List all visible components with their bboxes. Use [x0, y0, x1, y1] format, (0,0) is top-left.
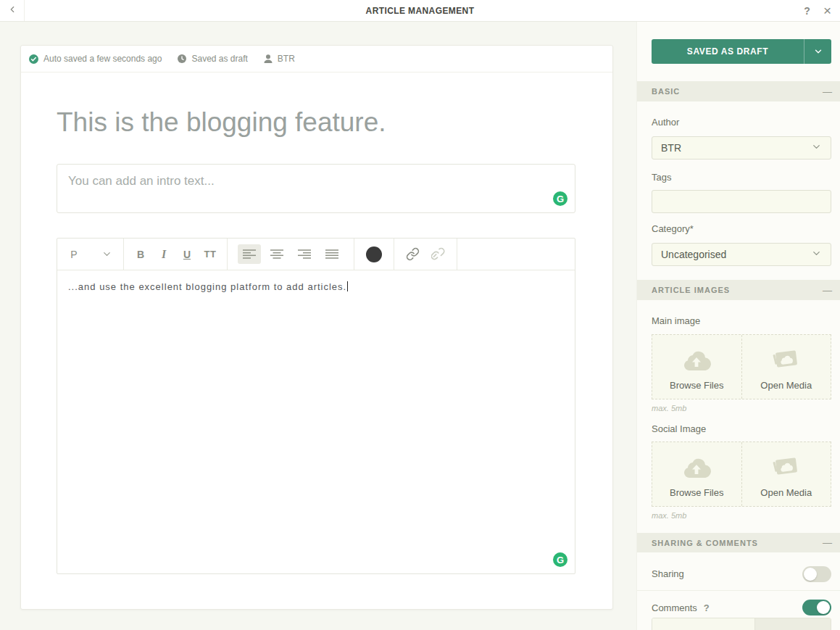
status-bar: Auto saved a few seconds ago Saved as dr…: [21, 46, 612, 72]
main-image-label: Main image: [652, 315, 700, 326]
sharing-toggle[interactable]: [802, 566, 831, 582]
toggle-knob: [804, 568, 817, 581]
check-circle-icon: [29, 54, 38, 64]
color-group: [354, 239, 394, 270]
help-icon[interactable]: ?: [801, 4, 813, 17]
article-editor-card: Auto saved a few seconds ago Saved as dr…: [20, 45, 613, 610]
editor-toolbar: P B I U TT: [57, 239, 575, 270]
bold-button[interactable]: B: [134, 249, 147, 260]
save-options-dropdown[interactable]: [804, 39, 831, 64]
intro-text-field[interactable]: You can add an intro text... G: [57, 164, 575, 213]
clock-icon: [178, 54, 186, 63]
social-image-upload-area: Browse Files Open Media: [652, 442, 831, 507]
media-image-icon: [771, 347, 802, 373]
alignment-group: [228, 239, 354, 270]
autosave-status: Auto saved a few seconds ago: [29, 54, 162, 64]
browse-files-label: Browse Files: [670, 487, 723, 498]
category-label: Category*: [652, 223, 694, 234]
saved-as-draft-label: SAVED AS DRAFT: [652, 39, 804, 64]
browse-files-button[interactable]: Browse Files: [652, 442, 741, 506]
author-select-value: BTR: [661, 142, 681, 154]
chevron-down-icon[interactable]: [100, 249, 113, 260]
settings-sidebar: SAVED AS DRAFT BASIC — Author BTR Tags C…: [636, 21, 840, 630]
cloud-upload-icon: [681, 456, 712, 481]
paragraph-style-button[interactable]: P: [67, 249, 80, 260]
author-label: Author: [652, 117, 679, 128]
max-size-note: max. 5mb: [652, 511, 686, 520]
text-color-swatch[interactable]: [366, 246, 382, 262]
chevron-down-icon: [811, 248, 822, 262]
comments-label: Comments: [652, 602, 697, 613]
section-header-article-images[interactable]: ARTICLE IMAGES —: [637, 280, 840, 300]
text-cursor: [347, 281, 348, 291]
align-justify-button[interactable]: [320, 244, 344, 264]
paragraph-style-group: P: [57, 239, 124, 270]
article-management-window: ARTICLE MANAGEMENT ? × Auto saved a few …: [0, 0, 840, 630]
app-header: ARTICLE MANAGEMENT ? ×: [0, 0, 840, 22]
tags-label: Tags: [652, 172, 671, 183]
collapse-icon[interactable]: —: [823, 87, 832, 96]
user-icon: [264, 54, 273, 63]
open-media-button[interactable]: Open Media: [741, 335, 831, 399]
main-image-upload-area: Browse Files Open Media: [652, 334, 831, 399]
section-header-sharing-comments[interactable]: SHARING & COMMENTS —: [637, 533, 840, 552]
browse-files-button[interactable]: Browse Files: [652, 335, 741, 399]
cloud-upload-icon: [681, 349, 712, 373]
open-media-label: Open Media: [760, 380, 812, 391]
open-media-button[interactable]: Open Media: [741, 442, 831, 506]
comments-toggle[interactable]: [802, 600, 831, 616]
section-article-images-label: ARTICLE IMAGES: [652, 286, 730, 294]
text-transform-button[interactable]: TT: [204, 249, 217, 259]
clipped-control-left-segment[interactable]: [652, 618, 754, 630]
grammarly-icon[interactable]: G: [553, 191, 567, 206]
close-icon[interactable]: ×: [820, 2, 834, 19]
author-status: BTR: [264, 54, 295, 64]
clipped-control-right-segment[interactable]: [754, 618, 831, 630]
clipped-bottom-control[interactable]: [652, 618, 831, 630]
category-select[interactable]: Uncategorised: [652, 243, 831, 266]
body-text: ...and use the excellent blogging platfo…: [68, 281, 346, 292]
intro-placeholder: You can add an intro text...: [68, 174, 215, 188]
align-left-button[interactable]: [238, 244, 261, 264]
text-format-group: B I U TT: [124, 239, 228, 270]
section-basic-label: BASIC: [652, 87, 680, 96]
save-state-text: Saved as draft: [191, 54, 247, 64]
italic-button[interactable]: I: [157, 249, 170, 260]
saved-as-draft-button[interactable]: SAVED AS DRAFT: [652, 39, 831, 64]
body-text-area[interactable]: ...and use the excellent blogging platfo…: [57, 270, 575, 304]
media-image-icon: [771, 455, 802, 481]
open-media-label: Open Media: [760, 487, 812, 498]
collapse-icon[interactable]: —: [823, 538, 832, 547]
link-icon[interactable]: [406, 247, 420, 261]
grammarly-icon[interactable]: G: [553, 552, 567, 567]
align-center-button[interactable]: [265, 244, 288, 264]
author-text: BTR: [278, 54, 295, 64]
body-editor: P B I U TT: [57, 238, 575, 574]
article-title[interactable]: This is the blogging feature.: [57, 107, 386, 138]
unlink-icon[interactable]: [431, 247, 445, 261]
save-state-status: Saved as draft: [178, 54, 247, 64]
align-right-button[interactable]: [293, 244, 316, 264]
section-header-basic[interactable]: BASIC —: [637, 81, 840, 101]
comments-help-icon[interactable]: ?: [704, 602, 710, 613]
social-image-label: Social Image: [652, 423, 706, 434]
content-area: Auto saved a few seconds ago Saved as dr…: [0, 21, 636, 630]
toggle-knob: [817, 601, 830, 614]
header-actions: ? ×: [801, 0, 834, 21]
section-sharing-comments-label: SHARING & COMMENTS: [652, 539, 758, 547]
sharing-row: Sharing: [637, 558, 840, 591]
underline-button[interactable]: U: [180, 249, 194, 260]
page-title: ARTICLE MANAGEMENT: [0, 0, 840, 21]
author-select[interactable]: BTR: [652, 136, 831, 159]
link-group: [394, 239, 457, 270]
max-size-note: max. 5mb: [652, 404, 686, 413]
sharing-label: Sharing: [652, 568, 684, 579]
collapse-icon[interactable]: —: [823, 286, 832, 295]
category-select-value: Uncategorised: [661, 249, 726, 260]
chevron-down-icon: [811, 141, 822, 155]
autosave-text: Auto saved a few seconds ago: [43, 54, 162, 64]
browse-files-label: Browse Files: [670, 380, 723, 391]
tags-input[interactable]: [652, 190, 831, 213]
